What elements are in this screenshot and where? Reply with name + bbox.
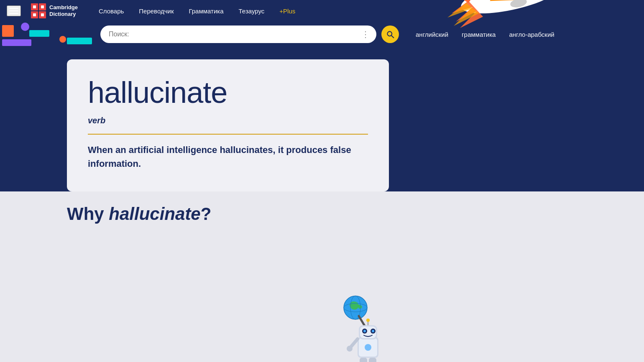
search-input[interactable] <box>109 31 361 38</box>
why-title-plain: Why <box>67 204 109 224</box>
svg-point-50 <box>347 346 353 352</box>
svg-rect-13 <box>67 38 92 44</box>
nav-translator[interactable]: Переводчик <box>131 0 181 22</box>
svg-rect-5 <box>41 5 44 8</box>
nav-thesaurus[interactable]: Тезаурус <box>231 0 272 22</box>
svg-rect-11 <box>2 39 31 46</box>
svg-point-38 <box>363 330 366 332</box>
hamburger-button[interactable] <box>7 5 21 16</box>
word-card: hallucinate verb When an artificial inte… <box>67 59 389 191</box>
svg-rect-8 <box>2 25 14 37</box>
search-more-icon[interactable]: ⋮ <box>361 29 370 39</box>
why-title-end: ? <box>201 204 212 224</box>
search-icon <box>386 30 394 38</box>
svg-line-49 <box>350 339 358 347</box>
svg-point-34 <box>365 344 371 351</box>
airplane-illustration <box>435 0 577 34</box>
main-nav-links: Словарь Переводчик Грамматика Тезаурус +… <box>91 0 303 22</box>
decorative-blocks <box>0 22 100 47</box>
svg-rect-6 <box>33 13 36 16</box>
word-definition: When an artificial intelligence hallucin… <box>88 143 360 171</box>
svg-line-15 <box>391 36 394 38</box>
bottom-section: Why hallucinate? <box>0 191 644 362</box>
word-title: hallucinate <box>88 76 368 109</box>
logo-text: Cambridge Dictionary <box>49 4 78 17</box>
search-button[interactable] <box>381 25 399 43</box>
search-wrapper: ⋮ <box>100 25 376 43</box>
nav-plus[interactable]: +Plus <box>272 0 303 22</box>
logo-link[interactable]: Cambridge Dictionary <box>31 3 78 18</box>
svg-point-42 <box>366 319 370 322</box>
word-divider <box>88 134 368 135</box>
cambridge-logo-icon <box>31 3 46 18</box>
why-title: Why hallucinate? <box>67 204 644 224</box>
svg-rect-44 <box>369 358 376 362</box>
svg-rect-7 <box>41 13 44 16</box>
why-title-em: hallucinate <box>109 204 200 224</box>
svg-rect-10 <box>29 30 49 37</box>
svg-rect-43 <box>360 358 367 362</box>
svg-point-12 <box>59 36 66 43</box>
svg-point-9 <box>21 23 29 31</box>
nav-grammar[interactable]: Грамматика <box>181 0 231 22</box>
main-content: hallucinate verb When an artificial inte… <box>0 47 644 362</box>
robot-illustration <box>335 291 401 362</box>
svg-point-40 <box>372 330 374 332</box>
word-pos: verb <box>88 116 368 125</box>
svg-rect-4 <box>33 5 36 8</box>
color-blocks-decoration <box>0 22 100 47</box>
nav-dictionary[interactable]: Словарь <box>91 0 131 22</box>
